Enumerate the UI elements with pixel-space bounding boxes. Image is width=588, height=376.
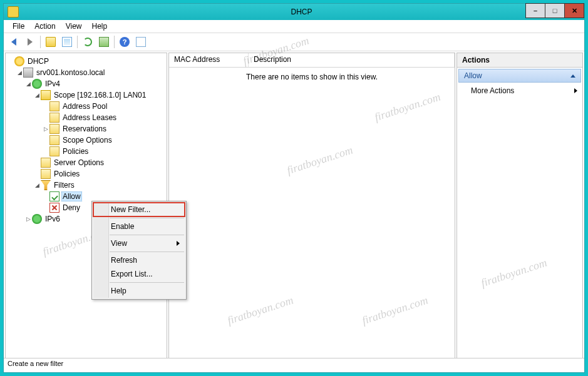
ctx-refresh[interactable]: Refresh	[93, 253, 185, 267]
tree-label: Reservations	[61, 124, 108, 133]
tree-address-leases[interactable]: Address Leases	[7, 112, 165, 123]
toolbar: ?	[4, 33, 584, 51]
properties-button[interactable]	[133, 34, 148, 49]
deny-icon	[49, 203, 59, 213]
tree-scope-options[interactable]: Scope Options	[7, 135, 165, 146]
toolbar-separator	[114, 36, 115, 48]
minimize-button[interactable]: –	[525, 3, 545, 18]
ctx-view[interactable]: View	[93, 236, 185, 250]
policies-icon	[41, 169, 51, 179]
tree-root-dhcp[interactable]: DHCP	[7, 56, 165, 67]
menu-help[interactable]: Help	[87, 21, 113, 32]
tree-label: Scope [192.168.1.0] LAN01	[53, 91, 147, 99]
tree-filters[interactable]: ◢Filters	[7, 180, 165, 191]
tree-label: srv001.kontoso.local	[35, 68, 106, 77]
leases-icon	[49, 113, 59, 123]
window-title: DHCP	[19, 8, 584, 16]
app-icon	[8, 6, 19, 18]
window: DHCP – □ ✕ File Action View Help ? DHCP …	[3, 3, 585, 373]
chevron-right-icon	[574, 88, 577, 93]
ctx-label: Help	[111, 287, 126, 295]
tree-label: Deny	[61, 203, 81, 212]
scope-options-icon	[49, 135, 59, 145]
tree-label: Policies	[61, 147, 90, 156]
server-icon	[23, 68, 33, 78]
tree-server[interactable]: ◢srv001.kontoso.local	[7, 67, 165, 78]
tree-label: Address Pool	[61, 102, 108, 111]
ctx-help[interactable]: Help	[93, 284, 185, 298]
tree-policies[interactable]: Policies	[7, 168, 165, 180]
statusbar: Create a new filter	[4, 358, 584, 372]
ctx-enable[interactable]: Enable	[93, 220, 185, 233]
close-button[interactable]: ✕	[565, 3, 584, 18]
refresh-icon	[83, 38, 92, 46]
up-button[interactable]	[43, 34, 58, 49]
show-hide-tree-button[interactable]	[59, 34, 75, 49]
tree-label: Policies	[53, 170, 81, 178]
export-icon	[99, 37, 109, 47]
ctx-label: Enable	[111, 222, 134, 231]
menu-view[interactable]: View	[61, 21, 87, 32]
toolbar-separator	[77, 36, 78, 48]
ipv4-icon	[32, 79, 42, 89]
action-more-actions[interactable]: More Actions	[457, 84, 582, 98]
policies-icon	[49, 146, 59, 156]
toolbar-separator	[40, 36, 41, 48]
column-description[interactable]: Description	[249, 53, 455, 67]
context-menu-separator	[110, 252, 184, 252]
menu-action[interactable]: Action	[29, 21, 60, 32]
help-icon: ?	[120, 37, 130, 47]
arrow-left-icon	[11, 38, 16, 46]
tree-label: DHCP	[26, 57, 50, 66]
tree-label: Scope Options	[61, 136, 113, 145]
filter-icon	[41, 180, 51, 190]
tree-label: Server Options	[53, 158, 105, 167]
maximize-button[interactable]: □	[545, 3, 565, 18]
list-pane: MAC Address Description There are no ite…	[168, 53, 455, 360]
ipv6-icon	[32, 214, 42, 224]
menu-file[interactable]: File	[8, 21, 29, 32]
actions-section-title[interactable]: Allow	[458, 69, 581, 83]
tree-reservations[interactable]: ▷Reservations	[7, 123, 165, 135]
help-button[interactable]: ?	[117, 34, 132, 49]
tree-address-pool[interactable]: Address Pool	[7, 101, 165, 112]
actions-pane: Actions Allow More Actions	[456, 53, 583, 360]
back-button[interactable]	[6, 34, 21, 49]
arrow-right-icon	[28, 38, 33, 46]
ctx-label: Refresh	[111, 256, 137, 265]
context-menu-separator	[110, 235, 184, 235]
actions-header: Actions	[457, 53, 582, 68]
server-options-icon	[41, 158, 51, 168]
folder-up-icon	[46, 37, 56, 47]
ctx-label: View	[111, 239, 127, 248]
ctx-new-filter[interactable]: New Filter...	[93, 203, 185, 216]
action-label: More Actions	[471, 86, 514, 95]
actions-title-label: Allow	[464, 71, 482, 80]
pool-icon	[49, 101, 59, 111]
list-header: MAC Address Description	[169, 53, 455, 68]
tree-scope[interactable]: ◢Scope [192.168.1.0] LAN01	[7, 89, 165, 101]
tree-label: Filters	[53, 181, 76, 190]
tree-ipv4[interactable]: ◢IPv4	[7, 78, 165, 89]
forward-button[interactable]	[23, 34, 38, 49]
tree-icon	[62, 37, 72, 47]
tree-label: IPv4	[44, 79, 61, 88]
allow-icon	[49, 191, 59, 201]
dhcp-icon	[14, 56, 24, 66]
list-empty-message: There are no items to show in this view.	[169, 68, 455, 86]
context-menu-separator	[110, 218, 184, 218]
ctx-label: New Filter...	[111, 205, 150, 214]
properties-icon	[136, 37, 146, 47]
tree-scope-policies[interactable]: Policies	[7, 146, 165, 157]
ctx-export-list[interactable]: Export List...	[93, 267, 185, 281]
context-menu-separator	[110, 282, 184, 283]
column-mac-address[interactable]: MAC Address	[169, 53, 249, 67]
refresh-button[interactable]	[80, 34, 95, 49]
context-menu: New Filter... Enable View Refresh Export…	[91, 201, 187, 300]
tree-label: IPv6	[44, 215, 61, 223]
tree-label: Allow	[61, 191, 82, 201]
tree-server-options[interactable]: Server Options	[7, 157, 165, 168]
export-button[interactable]	[96, 34, 111, 49]
tree-label: Address Leases	[61, 113, 118, 122]
reservations-icon	[49, 124, 59, 134]
